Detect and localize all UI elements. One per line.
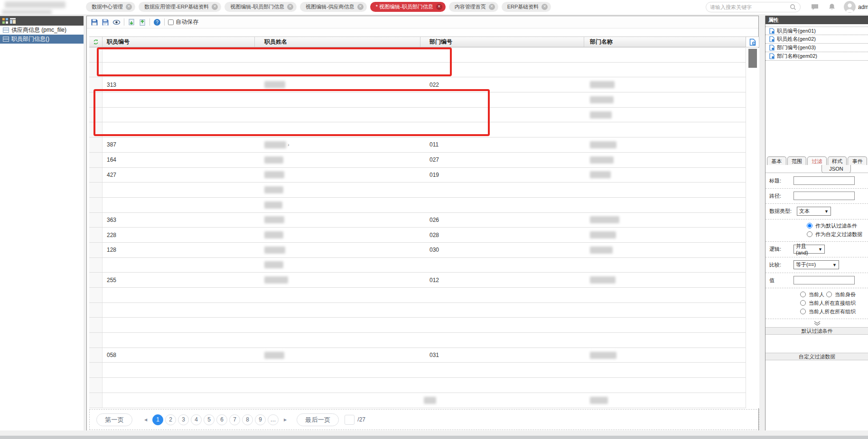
property-item[interactable]: 职员编号(gen01) — [765, 27, 868, 35]
page-number-input[interactable] — [345, 415, 355, 425]
page-number-button[interactable]: 1 — [152, 414, 163, 425]
search-icon[interactable] — [790, 4, 796, 10]
vertical-scrollbar[interactable] — [746, 48, 759, 408]
table-row[interactable]: 387›011 — [89, 137, 746, 153]
path-field[interactable] — [793, 192, 855, 200]
help-icon[interactable]: ? — [153, 18, 161, 26]
scope-all-org-radio[interactable] — [800, 309, 806, 314]
scope-current-user-radio[interactable] — [800, 292, 806, 297]
scope-current-user[interactable]: 当前人 — [800, 290, 824, 299]
scope-direct-org[interactable]: 当前人所在直接组织 — [800, 299, 868, 307]
last-page-button[interactable]: 最后一页 — [297, 413, 339, 426]
scope-all-org[interactable]: 当前人所在所有组织 — [800, 307, 868, 316]
top-tab[interactable]: 数据应用管理-ERP基础资料× — [139, 2, 221, 12]
table-row[interactable] — [89, 258, 746, 273]
export-icon[interactable] — [139, 18, 146, 26]
page-number-button[interactable]: 2 — [165, 414, 176, 425]
scope-direct-org-radio[interactable] — [800, 300, 806, 306]
refresh-icon[interactable] — [93, 39, 99, 45]
sidebar-item[interactable]: 供应商信息 (pmc_file) — [0, 26, 84, 35]
tab-close-icon[interactable]: × — [287, 4, 293, 10]
notification-icon[interactable] — [828, 3, 836, 11]
top-tab[interactable]: * 视图编辑-职员部门信息× — [370, 2, 446, 12]
tab-close-icon[interactable]: × — [436, 4, 442, 10]
tab-范围[interactable]: 范围 — [787, 156, 807, 165]
column-header-emp-name[interactable]: 职员姓名 — [255, 37, 420, 47]
table-row[interactable] — [89, 198, 746, 213]
table-row[interactable]: 313022 — [89, 77, 746, 92]
table-row[interactable] — [89, 92, 746, 108]
table-row[interactable] — [89, 333, 746, 348]
datatype-select[interactable]: 文本▼ — [797, 207, 831, 216]
tab-close-icon[interactable]: × — [489, 4, 495, 10]
table-row[interactable] — [89, 303, 746, 318]
page-number-button[interactable]: 3 — [178, 414, 189, 425]
table-row[interactable] — [89, 363, 746, 378]
top-tab[interactable]: 视图编辑-供应商信息× — [300, 2, 367, 12]
table-row[interactable]: 255012 — [89, 273, 746, 288]
title-field[interactable] — [793, 176, 855, 185]
column-header-dept-name[interactable]: 部门名称 — [584, 37, 746, 47]
page-number-button[interactable]: 7 — [229, 414, 240, 425]
table-row[interactable] — [89, 183, 746, 198]
property-item[interactable]: 部门名称(gem02) — [765, 52, 868, 61]
collapse-button[interactable] — [765, 319, 868, 327]
prev-page-button[interactable]: ◀ — [141, 414, 150, 425]
search-input[interactable] — [710, 4, 790, 10]
tab-json[interactable]: JSON — [821, 165, 851, 173]
tab-基本[interactable]: 基本 — [767, 156, 786, 165]
filter-mode-custom-radio[interactable] — [807, 231, 812, 237]
table-row[interactable]: 427019 — [89, 168, 746, 183]
table-row[interactable] — [89, 63, 746, 78]
tab-close-icon[interactable]: × — [212, 4, 218, 10]
next-page-button[interactable]: ▶ — [280, 414, 290, 425]
table-row[interactable] — [89, 108, 746, 123]
logic-select[interactable]: 并且(and)▼ — [793, 245, 825, 254]
property-item[interactable]: 职员姓名(gen02) — [765, 35, 868, 44]
table-row[interactable]: 164027 — [89, 153, 746, 168]
filter-mode-default[interactable]: 作为默认过滤条件 — [807, 221, 868, 230]
table-row[interactable] — [89, 122, 746, 137]
column-header-emp-no[interactable]: 职员编号 — [103, 37, 255, 47]
filter-mode-custom[interactable]: 作为自定义过滤数据 — [807, 230, 868, 238]
preview-eye-icon[interactable] — [112, 18, 121, 26]
table-row[interactable]: 128030 — [89, 243, 746, 258]
top-tab[interactable]: ERP基础资料× — [502, 2, 551, 12]
page-number-button[interactable]: 6 — [216, 414, 227, 425]
sidebar-item[interactable]: 职员部门信息() — [0, 35, 84, 44]
table-row[interactable] — [89, 318, 746, 333]
table-row[interactable]: 228028 — [89, 228, 746, 243]
page-number-button[interactable]: 4 — [191, 414, 202, 425]
value-field[interactable] — [793, 276, 855, 284]
property-item[interactable]: 部门编号(gen03) — [765, 44, 868, 52]
scrollbar-thumb[interactable] — [748, 49, 757, 68]
table-row[interactable] — [89, 288, 746, 303]
bottom-scrollbar-strip[interactable] — [0, 436, 868, 439]
save-as-icon[interactable] — [102, 18, 109, 26]
page-number-button[interactable]: 5 — [204, 414, 215, 425]
tab-close-icon[interactable]: × — [541, 4, 548, 10]
top-tab[interactable]: 视图编辑-职员部门信息× — [224, 2, 297, 12]
add-column-button[interactable] — [746, 37, 759, 47]
import-icon[interactable] — [128, 18, 135, 26]
ellipsis-page-button[interactable]: … — [268, 414, 279, 425]
tab-事件[interactable]: 事件 — [848, 156, 867, 165]
user-avatar[interactable] — [844, 1, 856, 13]
page-number-button[interactable]: 8 — [242, 414, 253, 425]
page-number-button[interactable]: 9 — [255, 414, 266, 425]
tab-过滤[interactable]: 过滤 — [807, 156, 827, 165]
scope-current-identity[interactable]: 当前身份 — [826, 290, 856, 299]
tab-close-icon[interactable]: × — [126, 4, 132, 10]
tab-close-icon[interactable]: × — [357, 4, 364, 10]
compare-select[interactable]: 等于(==)▼ — [793, 260, 839, 269]
autosave-checkbox[interactable] — [168, 19, 174, 25]
table-row[interactable] — [89, 47, 746, 63]
filter-mode-default-radio[interactable] — [807, 223, 812, 229]
table-row[interactable]: 363026 — [89, 213, 746, 228]
save-icon[interactable] — [91, 18, 98, 26]
first-page-button[interactable]: 第一页 — [96, 413, 132, 426]
tab-样式[interactable]: 样式 — [828, 156, 847, 165]
message-icon[interactable] — [811, 3, 819, 11]
top-tab[interactable]: 数据中心管理× — [86, 2, 135, 12]
table-row[interactable]: 058031 — [89, 348, 746, 363]
